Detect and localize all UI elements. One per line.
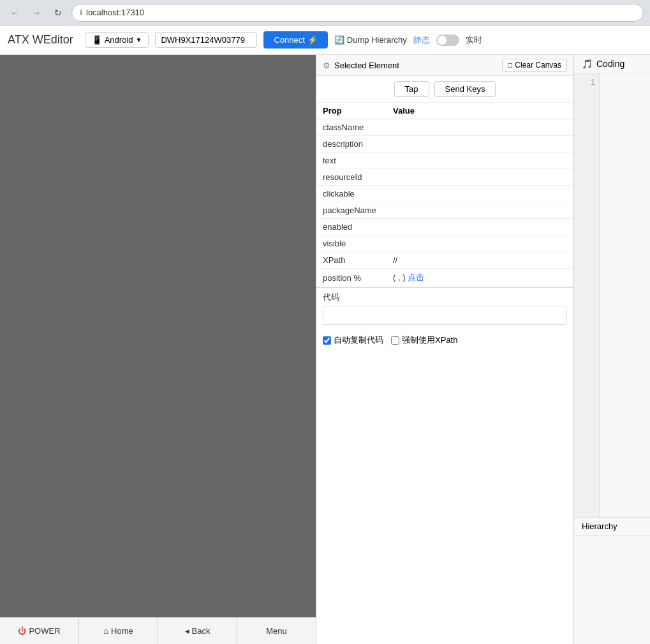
device-id-input[interactable] [155, 32, 257, 48]
forward-nav-button[interactable]: → [28, 4, 45, 21]
panel-header: ⚙ Selected Element □ Clear Canvas [316, 55, 573, 76]
auto-copy-option[interactable]: 自动复制代码 [323, 334, 383, 346]
table-row: clickable [316, 186, 573, 202]
home-label: Home [111, 626, 133, 636]
value-cell: // [387, 252, 573, 269]
code-options: 自动复制代码 强制使用XPath [316, 331, 573, 350]
platform-label: Android [105, 35, 133, 45]
main-layout: ⏻ POWER ⌂ Home ◂ Back Menu ⚙ Selected El… [0, 55, 650, 644]
code-label: 代码 [323, 292, 567, 303]
code-content-area[interactable] [600, 73, 650, 517]
value-cell: ( , ) 点击 [387, 269, 573, 287]
back-icon: ◂ [185, 626, 189, 636]
prop-cell: resourceId [316, 169, 387, 186]
address-bar[interactable]: ℹ localhost:17310 [71, 4, 644, 22]
table-row: XPath// [316, 252, 573, 269]
line-number-1: 1 [574, 76, 599, 89]
table-row: visible [316, 236, 573, 252]
platform-icon: 📱 [92, 35, 102, 45]
prop-cell: packageName [316, 202, 387, 219]
logo-weditor: WEditor [33, 33, 73, 46]
prop-cell: text [316, 153, 387, 169]
tap-button[interactable]: Tap [394, 81, 429, 97]
connect-button[interactable]: Connect ⚡ [263, 31, 327, 49]
code-section: 代码 [316, 287, 573, 331]
value-cell [387, 153, 573, 169]
power-label: POWER [29, 626, 60, 636]
line-numbers: 1 [574, 73, 600, 517]
send-keys-button[interactable]: Send Keys [434, 81, 496, 97]
value-cell [387, 136, 573, 153]
clear-canvas-label: Clear Canvas [515, 61, 561, 70]
coding-label: Coding [596, 59, 624, 69]
click-link[interactable]: 点击 [408, 273, 424, 282]
power-icon: ⏻ [18, 626, 26, 636]
table-row: text [316, 153, 573, 169]
back-label: Back [192, 626, 211, 636]
value-column-header: Value [387, 103, 573, 119]
prop-cell: clickable [316, 186, 387, 202]
clear-icon: □ [508, 61, 512, 70]
menu-label: Menu [266, 626, 287, 636]
code-textarea[interactable] [323, 306, 567, 325]
value-cell [387, 186, 573, 202]
table-row: description [316, 136, 573, 153]
panel-title: ⚙ Selected Element [323, 61, 399, 70]
hierarchy-tab[interactable]: Hierarchy [574, 518, 650, 535]
app-logo: ATX WEditor [8, 33, 73, 47]
settings-icon: ⚙ [323, 61, 330, 70]
table-row: className [316, 119, 573, 136]
prop-cell: XPath [316, 252, 387, 269]
browser-chrome: ← → ↻ ℹ localhost:17310 [0, 0, 650, 26]
toggle-track[interactable] [436, 34, 459, 46]
table-row: packageName [316, 202, 573, 219]
coding-area: 1 [574, 73, 650, 517]
right-panel: 🎵 Coding 1 Hierarchy [574, 55, 650, 644]
force-xpath-checkbox[interactable] [391, 336, 399, 345]
canvas-area: ⏻ POWER ⌂ Home ◂ Back Menu [0, 55, 316, 644]
hierarchy-section: Hierarchy [574, 517, 650, 644]
prop-cell: visible [316, 236, 387, 252]
auto-copy-label: 自动复制代码 [334, 334, 383, 346]
power-button[interactable]: ⏻ POWER [0, 618, 79, 644]
table-row: position %( , ) 点击 [316, 269, 573, 287]
back-nav-button[interactable]: ← [6, 4, 23, 21]
connect-label: Connect [274, 35, 304, 45]
home-button[interactable]: ⌂ Home [79, 618, 158, 644]
home-icon: ⌂ [103, 626, 108, 636]
prop-cell: description [316, 136, 387, 153]
value-cell [387, 219, 573, 236]
lock-icon: ℹ [80, 8, 82, 17]
middle-panel: ⚙ Selected Element □ Clear Canvas Tap Se… [316, 55, 574, 644]
dump-hierarchy-button[interactable]: 🔄 Dump Hierarchy [334, 35, 407, 45]
auto-copy-checkbox[interactable] [323, 336, 331, 345]
prop-cell: className [316, 119, 387, 136]
value-cell [387, 119, 573, 136]
toggle-thumb [438, 36, 447, 45]
force-xpath-option[interactable]: 强制使用XPath [391, 334, 457, 346]
platform-selector[interactable]: 📱 Android ▼ [85, 32, 149, 48]
address-text: localhost:17310 [86, 8, 144, 17]
dump-hierarchy-label: Dump Hierarchy [347, 35, 407, 45]
table-row: enabled [316, 219, 573, 236]
table-header-row: Prop Value [316, 103, 573, 119]
clear-canvas-button[interactable]: □ Clear Canvas [502, 59, 567, 71]
coding-tab[interactable]: 🎵 Coding [574, 55, 650, 73]
menu-button[interactable]: Menu [237, 618, 316, 644]
caret-down-icon: ▼ [136, 36, 142, 43]
refresh-icon: 🔄 [334, 35, 344, 45]
back-button[interactable]: ◂ Back [158, 618, 237, 644]
realtime-toggle[interactable] [436, 34, 459, 46]
reload-nav-button[interactable]: ↻ [50, 4, 66, 21]
lightning-icon: ⚡ [307, 35, 318, 45]
static-label: 静态 [413, 34, 430, 46]
prop-column-header: Prop [316, 103, 387, 119]
force-xpath-label: 强制使用XPath [402, 334, 457, 346]
prop-cell: position % [316, 269, 387, 287]
panel-title-text: Selected Element [334, 61, 399, 70]
action-buttons: Tap Send Keys [316, 76, 573, 103]
logo-atx: ATX [8, 33, 29, 46]
value-cell [387, 202, 573, 219]
app-toolbar: ATX WEditor 📱 Android ▼ Connect ⚡ 🔄 Dump… [0, 26, 650, 55]
realtime-label: 实时 [466, 34, 482, 46]
